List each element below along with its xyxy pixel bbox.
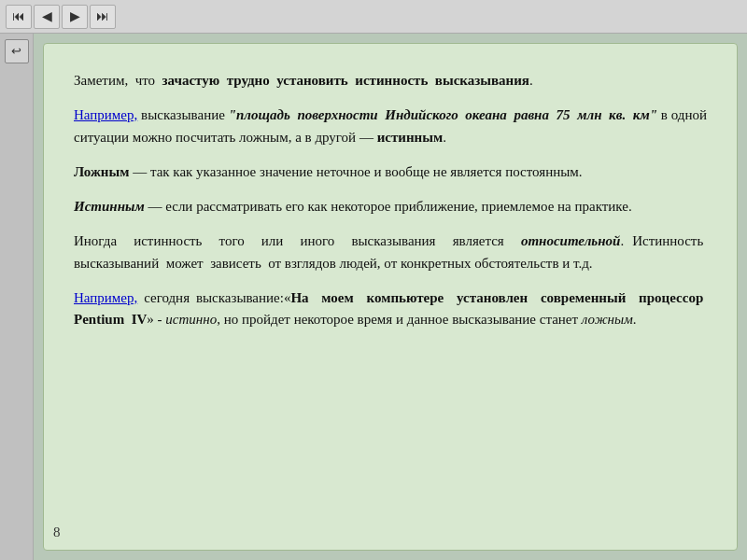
paragraph-5: Иногда истинность того или иного высказы…	[74, 231, 707, 274]
slide-text: Заметим, что зачастую трудно установить …	[74, 70, 707, 330]
naprimer-link-2[interactable]: Например,	[74, 290, 137, 305]
paragraph-4: Истинным — если рассматривать его как не…	[74, 196, 707, 217]
paragraph-1: Заметим, что зачастую трудно установить …	[74, 70, 707, 91]
next-button[interactable]: ▶	[62, 5, 88, 29]
slide-card: Заметим, что зачастую трудно установить …	[43, 43, 738, 551]
quote-text: "площадь поверхности Индийского океана р…	[229, 107, 657, 122]
sidebar-btn-1[interactable]: ↩	[5, 39, 29, 63]
naprimer-link-1[interactable]: Например,	[74, 107, 137, 122]
prev-button[interactable]: ◀	[34, 5, 60, 29]
toolbar: ⏮ ◀ ▶ ⏭	[0, 0, 747, 34]
paragraph-6: Например, сегодня высказывание:«На моем …	[74, 287, 707, 331]
last-button[interactable]: ⏭	[90, 5, 116, 29]
paragraph-3: Ложным — так как указанное значение нето…	[74, 161, 707, 183]
istinnym-text: истинным	[377, 130, 444, 145]
content-area: Заметим, что зачастую трудно установить …	[34, 34, 747, 560]
otnosit-text: относительной	[521, 233, 620, 248]
sidebar: ↩	[0, 34, 34, 560]
first-button[interactable]: ⏮	[6, 5, 32, 29]
lozhnym-text-2: ложным	[582, 312, 633, 327]
paragraph-2: Например, высказывание "площадь поверхно…	[74, 105, 707, 148]
lozhnym-text: Ложным	[74, 164, 129, 179]
istinnym-text-2: Истинным	[74, 199, 145, 214]
istinno-text: истинно	[165, 312, 217, 327]
page-number: 8	[53, 525, 61, 540]
bold-text-1: зачастую трудно установить истинность вы…	[162, 73, 529, 88]
main-area: ↩ Заметим, что зачастую трудно установит…	[0, 34, 747, 560]
